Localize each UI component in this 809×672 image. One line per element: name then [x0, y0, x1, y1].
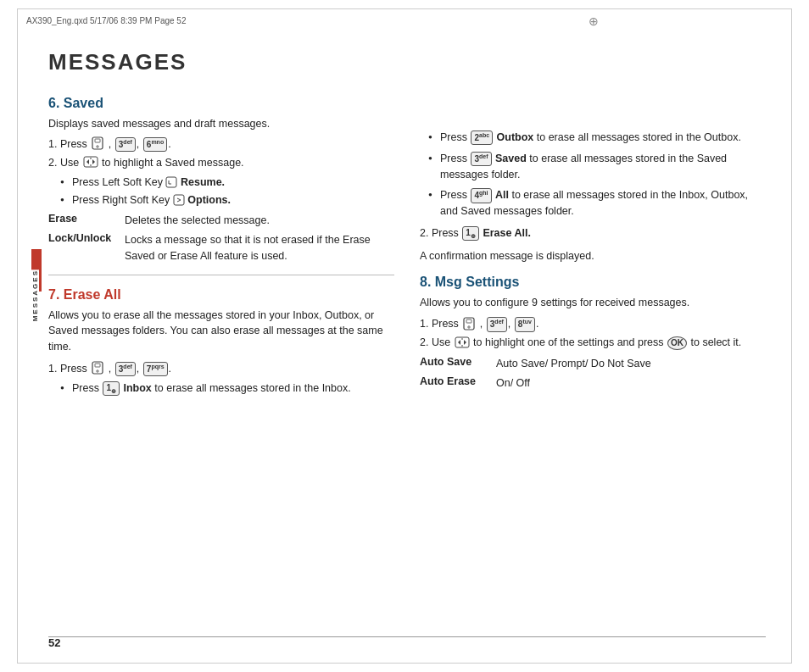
divider-line: [48, 275, 394, 275]
key-8tuv-s8: 8tuv: [515, 317, 535, 331]
svg-marker-18: [464, 340, 466, 345]
bullet-all: Press 4ghi All to erase all messages sto…: [428, 187, 766, 219]
section-6: 6. Saved Displays saved messages and dra…: [48, 96, 394, 264]
key-4ghi-all: 4ghi: [471, 188, 491, 203]
section-7-description: Allows you to erase all the messages sto…: [48, 308, 394, 355]
svg-marker-5: [92, 159, 95, 164]
section-6-step1: 1. Press , 3def, 6mno.: [48, 136, 394, 153]
svg-rect-8: [166, 177, 176, 187]
page-title: MESSAGES: [48, 49, 766, 75]
key-3def-s8: 3def: [487, 317, 507, 331]
nav-icon-s8: [455, 336, 470, 348]
term-autoerase-label: Auto Erase: [420, 375, 496, 387]
right-soft-key-icon: [173, 194, 185, 206]
left-column: 6. Saved Displays saved messages and dra…: [48, 96, 394, 400]
term-autosave-desc: Auto Save/ Prompt/ Do Not Save: [496, 356, 766, 372]
section-8-title: 8. Msg Settings: [420, 275, 766, 290]
section-6-title: 6. Saved: [48, 96, 394, 111]
term-autoerase-desc: On/ Off: [496, 375, 766, 392]
phone-icon-s7: [91, 361, 104, 375]
page-number: 52: [48, 636, 60, 649]
term-erase-desc: Deletes the selected message.: [125, 213, 394, 229]
svg-point-15: [468, 326, 470, 328]
crosshair-icon: [404, 15, 783, 27]
ok-icon-s8: OK: [667, 336, 687, 350]
svg-rect-1: [95, 139, 100, 142]
two-column-layout: 6. Saved Displays saved messages and dra…: [48, 96, 766, 400]
term-autosave: Auto Save Auto Save/ Prompt/ Do Not Save: [420, 356, 766, 372]
term-lock-desc: Locks a message so that it is not erased…: [125, 232, 394, 264]
term-lock-label: Lock/Unlock: [48, 232, 125, 244]
key-1-eraseall: 1⊕: [462, 226, 479, 242]
term-table-s6: Erase Deletes the selected message. Lock…: [48, 213, 394, 264]
bullet-saved: Press 3def Saved to erase all messages s…: [428, 151, 766, 183]
section-7-step1: 1. Press , 3def, 7pqrs.: [48, 360, 394, 377]
section-7-right-bullets: Press 2abc Outbox to erase all messages …: [428, 130, 766, 219]
section-7: 7. Erase All Allows you to erase all the…: [48, 287, 394, 397]
key-3def-s6: 3def: [115, 137, 136, 152]
svg-rect-11: [95, 364, 100, 367]
key-1-inbox: 1⊕: [103, 381, 120, 397]
bottom-line: [48, 636, 766, 637]
key-3def-saved: 3def: [471, 152, 491, 166]
bullet-resume: Press Left Soft Key Resume.: [60, 175, 394, 191]
phone-icon-s6: [91, 136, 104, 150]
header-bar: AX390_Eng.qxd 5/17/06 8:39 PM Page 52: [17, 8, 792, 32]
section-7-step2: 2. Press 1⊕ Erase All.: [420, 225, 766, 242]
section-7-title: 7. Erase All: [48, 287, 394, 303]
phone-icon-s8: [462, 317, 476, 330]
term-autosave-label: Auto Save: [420, 356, 496, 368]
svg-rect-14: [466, 319, 471, 323]
term-lock: Lock/Unlock Locks a message so that it i…: [48, 232, 394, 264]
section-6-step2: 2. Use to highlight a Saved message.: [48, 154, 394, 171]
term-erase: Erase Deletes the selected message.: [48, 213, 394, 229]
key-3def-s7: 3def: [115, 362, 136, 376]
bullet-options: Press Right Soft Key Options.: [60, 192, 394, 208]
section-6-bullets: Press Left Soft Key Resume. Press Right …: [60, 175, 394, 208]
section-8-step2: 2. Use to highlight one of the settings …: [420, 334, 766, 351]
section-7-bullets: Press 1⊕ Inbox to erase all messages sto…: [60, 380, 394, 397]
term-autoerase: Auto Erase On/ Off: [420, 375, 766, 392]
term-erase-label: Erase: [48, 213, 125, 225]
svg-point-2: [97, 146, 98, 147]
svg-rect-9: [174, 195, 184, 205]
key-7pqrs-s7: 7pqrs: [143, 362, 168, 376]
bullet-inbox: Press 1⊕ Inbox to erase all messages sto…: [60, 380, 394, 397]
section-8-description: Allows you to configure 9 settings for r…: [420, 295, 766, 311]
confirmation-text: A confirmation message is displayed.: [420, 248, 766, 264]
key-2abc-outbox: 2abc: [471, 131, 493, 145]
left-soft-key-icon: [165, 176, 177, 188]
messages-vertical-label: MESSAGES: [31, 269, 39, 321]
main-content: MESSAGES MESSAGES 6. Saved Displays save…: [17, 32, 792, 664]
svg-marker-4: [86, 159, 89, 164]
bullet-outbox: Press 2abc Outbox to erase all messages …: [428, 130, 766, 146]
content-area: MESSAGES 6. Saved Displays saved message…: [18, 32, 791, 663]
svg-marker-17: [458, 340, 460, 345]
header-text: AX390_Eng.qxd 5/17/06 8:39 PM Page 52: [26, 16, 404, 25]
key-6mno-s6: 6mno: [143, 137, 167, 152]
term-table-s8: Auto Save Auto Save/ Prompt/ Do Not Save…: [420, 356, 766, 392]
section-8: 8. Msg Settings Allows you to configure …: [420, 275, 766, 392]
svg-point-12: [97, 370, 98, 372]
section-6-description: Displays saved messages and draft messag…: [48, 116, 394, 132]
nav-icon-s6: [83, 156, 98, 168]
section-8-step1: 1. Press , 3def, 8tuv.: [420, 315, 766, 332]
right-column: Press 2abc Outbox to erase all messages …: [420, 96, 766, 400]
